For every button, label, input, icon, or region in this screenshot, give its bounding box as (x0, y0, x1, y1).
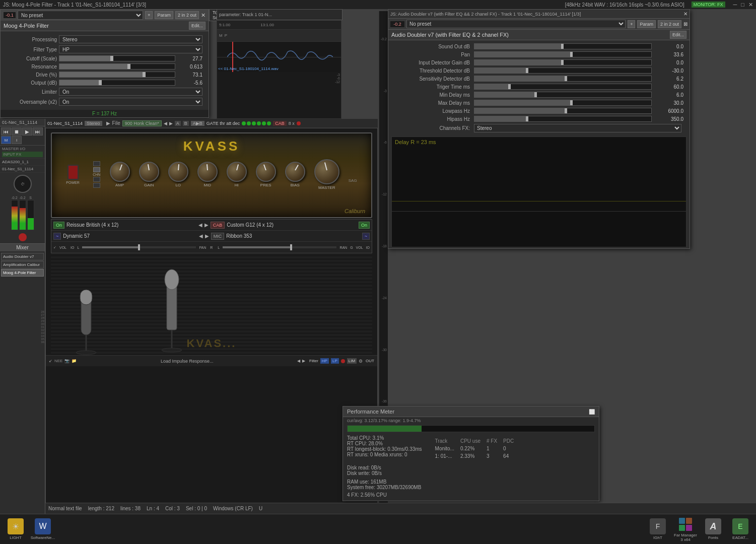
cab-off-btn-2[interactable]: ~ (362, 233, 370, 240)
knob-gain[interactable]: GAIN (139, 162, 159, 187)
preset-prev-btn[interactable]: ◀ (164, 121, 167, 126)
cab-mic-prev-1[interactable]: ◀ (199, 233, 203, 239)
knob-mid[interactable]: MID (197, 162, 218, 187)
moog-output-slider[interactable] (59, 80, 175, 86)
ad-sensitivity-slider[interactable] (474, 76, 652, 82)
ad-io-btn[interactable]: 2 in 2 out (658, 20, 681, 28)
ad-channels-select[interactable]: Stereo (474, 124, 681, 132)
moog-resonance-slider[interactable] (59, 63, 175, 70)
ab-compare-btn[interactable]: A▶B (191, 121, 204, 126)
amp-screenshot-btn[interactable]: 📷 (64, 359, 70, 363)
maximize-btn[interactable]: □ (741, 2, 744, 8)
amp-next-btn[interactable]: ▶ (302, 359, 305, 363)
record-btn[interactable] (19, 233, 27, 241)
fx-item-2[interactable]: Amplification Calibur (1, 261, 44, 268)
lp-btn[interactable]: LP (331, 358, 339, 364)
btn-rewind[interactable]: ⏮ (1, 127, 11, 135)
knob-lo-dial[interactable] (168, 162, 188, 182)
ad-pan-slider[interactable] (474, 51, 652, 57)
ad-plus-btn[interactable]: + (628, 20, 635, 28)
ad-hipass-slider[interactable] (474, 116, 652, 122)
btn-fwd[interactable]: ⏭ (33, 127, 43, 135)
settings-icon-amp[interactable]: ⚙ (359, 359, 363, 364)
moog-oversample-select[interactable]: On (59, 98, 202, 106)
cab-mic-next-1[interactable]: ▶ (205, 233, 209, 239)
ch-btn-1[interactable] (93, 161, 100, 166)
ad-mindelay-slider[interactable] (474, 92, 652, 98)
btn-input[interactable]: I (12, 136, 22, 144)
ab-btn-a[interactable]: A (175, 121, 181, 126)
knob-master-dial[interactable] (314, 159, 339, 184)
knob-hi[interactable]: HI (227, 162, 247, 187)
taskbar-item-eadat[interactable]: E EADAT... (728, 516, 753, 542)
amp-prev-btn[interactable]: ◀ (297, 359, 300, 363)
track-file-btn[interactable]: File (112, 120, 120, 126)
preset-next-btn[interactable]: ▶ (169, 121, 173, 126)
moog-io-btn[interactable]: 2 in 2 out (175, 11, 199, 19)
waveform-block[interactable]: << 01-Nec_S1-180104_1114.wav (217, 42, 341, 72)
moog-edit-btn[interactable]: Edit... (189, 22, 205, 30)
knob-amp[interactable]: AMP (110, 162, 130, 187)
ad-trigger-slider[interactable] (474, 84, 652, 90)
ad-edit-btn[interactable]: Edit... (670, 31, 686, 39)
close-btn[interactable]: ✕ (748, 2, 753, 8)
minimize-btn[interactable]: ─ (733, 2, 737, 8)
moog-limiter-select[interactable]: On (59, 88, 202, 96)
taskbar-item-ight[interactable]: F IGhT (645, 516, 670, 542)
taskbar-item-light[interactable]: ☀ LIGHT (3, 516, 28, 542)
cab-prev-1[interactable]: ◀ (198, 222, 202, 228)
moog-param-btn[interactable]: Param (155, 11, 173, 19)
amp-expand-btn[interactable]: ↙ (49, 359, 52, 363)
vol-slider-l[interactable] (82, 246, 196, 248)
power-switch[interactable] (67, 165, 79, 180)
moog-cutoff-slider[interactable] (59, 55, 175, 61)
ad-lowpass-slider[interactable] (474, 108, 652, 114)
mixer-btn[interactable]: Mixer (0, 243, 45, 251)
ad-close-icon[interactable]: ✕ (683, 11, 688, 17)
moog-plus-btn[interactable]: + (145, 11, 153, 19)
knob-master[interactable]: MASTER (314, 159, 339, 190)
fx-item-3[interactable]: Moog 4-Pole Filter (1, 269, 44, 277)
moog-filtertype-select[interactable]: HP (59, 45, 202, 53)
amp-folder-btn[interactable]: 📁 (72, 359, 77, 363)
knob-lo[interactable]: LO (168, 162, 188, 187)
fx-item-1[interactable]: Audio Doubler v7 (1, 253, 44, 260)
knob-bias-dial[interactable] (285, 162, 305, 182)
moog-drive-slider[interactable] (59, 72, 175, 78)
load-impulse-btn[interactable]: Load Impulse Response... (79, 359, 295, 364)
knob-pres-dial[interactable] (256, 162, 276, 182)
moog-close-icon[interactable]: ✕ (201, 12, 205, 19)
taskbar-item-software[interactable]: W SoftwareNe... (30, 516, 55, 542)
knob-pres[interactable]: PRES (256, 162, 276, 187)
ad-soundout-slider[interactable] (474, 43, 652, 49)
btn-play[interactable]: ▶ (22, 127, 32, 135)
ch-btn-2[interactable] (93, 167, 100, 172)
taskbar-item-farmanager[interactable]: Far Manager 3 x64 (672, 516, 699, 542)
cab-off-btn-1[interactable]: ~ (53, 233, 61, 240)
knob-hi-dial[interactable] (227, 162, 247, 182)
knob-amp-dial[interactable] (110, 162, 130, 182)
knob-mid-dial[interactable] (197, 162, 218, 182)
ad-preset-select[interactable]: No preset (406, 20, 626, 28)
ab-btn-b[interactable]: B (183, 121, 189, 126)
ad-param-btn[interactable]: Param (637, 20, 656, 28)
ad-threshold-slider[interactable] (474, 67, 652, 74)
monitor-btn[interactable]: MONITOR: FX (692, 2, 725, 8)
ad-maxdelay-slider[interactable] (474, 100, 652, 106)
cab-on-btn-1[interactable]: On (53, 222, 64, 229)
vol-slider-r[interactable] (223, 246, 336, 248)
hp-btn[interactable]: HP (320, 358, 329, 364)
knob-gain-dial[interactable] (139, 162, 159, 182)
cab-next-1[interactable]: ▶ (204, 222, 209, 228)
moog-preset-select[interactable]: No preset (18, 11, 143, 20)
taskbar-item-fonts[interactable]: A Fonts (701, 516, 726, 542)
cab-on-btn-2[interactable]: On (359, 222, 370, 229)
ad-inputgain-slider[interactable] (474, 59, 652, 65)
perf-expand-icon[interactable]: ⬜ (589, 409, 595, 415)
knob-bias[interactable]: BIAS (285, 162, 305, 187)
ad-close-btn[interactable]: ⊠ (683, 21, 688, 27)
btn-stop[interactable]: ⏹ (12, 127, 22, 135)
moog-processing-select[interactable]: Stereo (59, 35, 202, 43)
play-track-btn[interactable]: ▶ (106, 120, 110, 126)
btn-master[interactable]: M (1, 136, 11, 144)
